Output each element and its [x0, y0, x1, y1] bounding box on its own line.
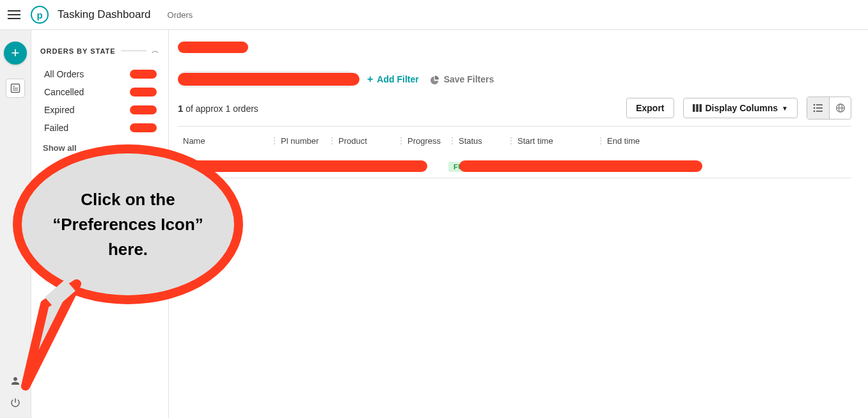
- svg-rect-1: [13, 86, 15, 87]
- redaction: [130, 70, 157, 79]
- main-content: + Add Filter Save Filters 1 of approx 1 …: [169, 30, 868, 418]
- redaction: [130, 123, 157, 132]
- sidebar-item-cancelled[interactable]: Cancelled: [40, 83, 159, 101]
- add-filter-label: Add Filter: [377, 74, 418, 84]
- app-header: p Tasking Dashboard Orders: [0, 0, 868, 30]
- save-filters-label: Save Filters: [444, 74, 494, 84]
- sidebar-item-label: Cancelled: [44, 87, 84, 97]
- table-toolbar: Export Display Columns ▼: [626, 97, 851, 120]
- sidebar-item-label: All Orders: [44, 69, 84, 79]
- list-icon: [813, 103, 823, 113]
- collapse-icon[interactable]: ︿: [152, 45, 159, 56]
- th-progress[interactable]: ⋮Progress: [397, 136, 448, 146]
- sidebar-item-label: Expired: [44, 105, 74, 115]
- th-product[interactable]: ⋮Product: [328, 136, 397, 146]
- columns-icon: [693, 104, 702, 112]
- menu-icon[interactable]: [6, 7, 22, 22]
- sidebar-section-title: ORDERS BY STATE: [40, 47, 116, 55]
- th-end-time[interactable]: ⋮End time: [597, 136, 851, 146]
- globe-icon: [835, 103, 846, 113]
- svg-point-7: [814, 104, 816, 106]
- th-start-time[interactable]: ⋮Start time: [507, 136, 597, 146]
- svg-rect-5: [696, 104, 698, 112]
- svg-rect-10: [816, 107, 823, 109]
- sidebar-item-all-orders[interactable]: All Orders: [40, 65, 159, 83]
- table-header: Name ⋮Pl number ⋮Product ⋮Progress ⋮Stat…: [178, 127, 851, 155]
- app-title: Tasking Dashboard: [58, 8, 151, 21]
- result-count: 1 of approx 1 orders: [178, 103, 258, 114]
- rail-sheet-icon[interactable]: [6, 79, 25, 98]
- svg-point-9: [814, 107, 816, 109]
- pie-icon: [430, 75, 440, 84]
- globe-view-button[interactable]: [829, 97, 851, 119]
- th-status[interactable]: ⋮Status: [448, 136, 507, 146]
- svg-rect-3: [13, 89, 18, 90]
- sidebar-item-expired[interactable]: Expired: [40, 101, 159, 119]
- table-row[interactable]: PL- Flexible Tasking 100% FULFILLED 2020…: [178, 155, 851, 178]
- callout-text: Click on the “Preferences Icon” here.: [43, 187, 212, 262]
- svg-rect-4: [693, 104, 695, 112]
- power-icon[interactable]: [9, 396, 22, 409]
- svg-point-11: [814, 111, 816, 112]
- tutorial-callout: Click on the “Preferences Icon” here.: [13, 144, 243, 304]
- filter-chip[interactable]: [178, 71, 356, 88]
- list-view-button[interactable]: [807, 97, 829, 119]
- caret-down-icon: ▼: [782, 105, 788, 112]
- redaction: [178, 73, 359, 86]
- th-pl-number[interactable]: ⋮Pl number: [271, 136, 328, 146]
- svg-rect-12: [816, 111, 823, 112]
- plus-icon: +: [367, 74, 373, 85]
- redaction: [459, 160, 702, 172]
- sidebar-item-failed[interactable]: Failed: [40, 119, 159, 137]
- export-button[interactable]: Export: [626, 98, 674, 118]
- redaction: [178, 42, 248, 53]
- breadcrumb[interactable]: Orders: [168, 10, 193, 20]
- brand-logo[interactable]: p: [31, 6, 49, 24]
- filter-bar: + Add Filter Save Filters: [178, 71, 851, 88]
- redaction: [130, 88, 157, 97]
- orders-table: Name ⋮Pl number ⋮Product ⋮Progress ⋮Stat…: [178, 126, 851, 178]
- add-filter-button[interactable]: + Add Filter: [367, 74, 419, 85]
- redaction: [130, 105, 157, 114]
- svg-rect-2: [13, 88, 18, 88]
- svg-rect-6: [699, 104, 702, 112]
- callout-tail: [6, 266, 102, 394]
- svg-rect-8: [816, 104, 823, 105]
- create-button[interactable]: +: [4, 42, 27, 65]
- display-columns-button[interactable]: Display Columns ▼: [683, 98, 798, 118]
- sidebar-section-header[interactable]: ORDERS BY STATE ︿: [40, 45, 159, 56]
- save-filters-button[interactable]: Save Filters: [430, 74, 494, 84]
- sidebar-item-label: Failed: [44, 123, 68, 133]
- view-toggle: [807, 97, 851, 120]
